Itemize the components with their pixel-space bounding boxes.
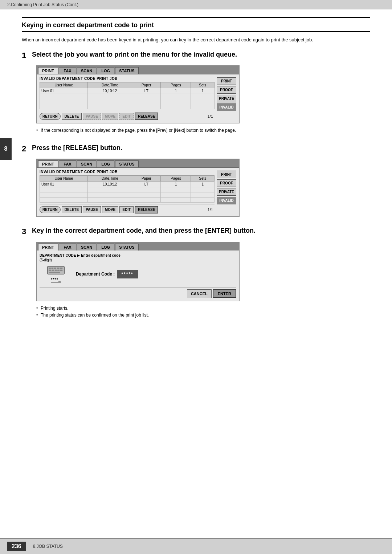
tab-print-2[interactable]: PRINT (38, 160, 58, 167)
step-2: 2 Press the [RELEASE] button. PRINT FAX … (22, 144, 370, 217)
col-paper-2: Paper (132, 176, 161, 182)
tabs-row-3: PRINT FAX SCAN LOG STATUS (37, 242, 239, 250)
side-tab: 8 (0, 138, 12, 160)
top-bar: 2.Confirming Print Job Status (Cont.) (0, 0, 392, 9)
table-row[interactable]: User 01 10,10:12 LT 1 1 (40, 88, 215, 94)
table-row (40, 192, 215, 197)
footer-page-number: 236 (7, 542, 26, 551)
footer: 236 8.JOB STATUS (0, 538, 392, 554)
page-indicator-2: 1/1 (208, 208, 215, 212)
screen-2: PRINT FAX SCAN LOG STATUS INVALID DEPART… (36, 159, 240, 217)
tab-status-3[interactable]: STATUS (115, 244, 138, 250)
step-2-number: 2 (22, 144, 29, 154)
tab-scan-1[interactable]: SCAN (77, 67, 96, 74)
delete-button-2[interactable]: DELETE (62, 206, 82, 213)
svg-rect-10 (60, 270, 63, 271)
col-user-name-2: User Name (40, 176, 88, 182)
col-pages-2: Pages (161, 176, 191, 182)
table-header-row-1: User Name Date,Time Paper Pages Sets (40, 82, 215, 88)
tab-fax-3[interactable]: FAX (59, 244, 76, 250)
keyboard-icon-area: ****_ (47, 266, 65, 282)
col-date-time-2: Date,Time (88, 176, 132, 182)
section-divider (22, 17, 370, 18)
col-sets-2: Sets (191, 176, 215, 182)
return-button-1[interactable]: RETURN (40, 113, 61, 120)
dept-code-field-label: Department Code : (76, 272, 115, 277)
right-private-button-2[interactable]: PRIVATE (217, 188, 236, 196)
table-row (40, 94, 215, 99)
dept-code-value[interactable]: ***** (117, 270, 138, 278)
step-3: 3 Key in the correct department code, an… (22, 227, 370, 319)
right-buttons-2: PRINT PROOF PRIVATE INVALID (217, 170, 236, 214)
right-private-button-1[interactable]: PRIVATE (217, 95, 236, 102)
step-1-text: Select the job you want to print on the … (32, 51, 237, 59)
cell-date-2: 10,10:12 (88, 182, 132, 187)
screen-1-main: INVALID DEPARTMENT CODE PRINT JOB User N… (40, 77, 215, 121)
table-row (40, 104, 215, 109)
cell-user-2: User 01 (40, 182, 88, 187)
enter-button[interactable]: ENTER (213, 289, 236, 298)
screen-1-with-buttons: INVALID DEPARTMENT CODE PRINT JOB User N… (40, 77, 236, 121)
step-3-number: 3 (22, 227, 29, 236)
pause-button-1[interactable]: PAUSE (83, 113, 101, 120)
svg-rect-5 (60, 268, 62, 269)
tab-fax-2[interactable]: FAX (59, 160, 76, 167)
tab-scan-2[interactable]: SCAN (77, 160, 96, 167)
step-3-notes: Printing starts. The printing status can… (36, 305, 370, 319)
right-proof-button-1[interactable]: PROOF (217, 86, 236, 94)
right-print-button-2[interactable]: PRINT (217, 171, 236, 178)
return-button-2[interactable]: RETURN (40, 206, 61, 213)
right-print-button-1[interactable]: PRINT (217, 77, 236, 85)
col-date-time-1: Date,Time (88, 82, 132, 88)
step-3-text: Key in the correct department code, and … (32, 227, 256, 235)
step-1-header: 1 Select the job you want to print on th… (22, 51, 370, 60)
cell-pages-1: 1 (161, 88, 191, 94)
right-invalid-button-2[interactable]: INVALID (217, 197, 236, 204)
screen-2-label: INVALID DEPARTMENT CODE PRINT JOB (40, 170, 215, 174)
right-proof-button-2[interactable]: PROOF (217, 179, 236, 187)
tab-status-2[interactable]: STATUS (115, 160, 138, 167)
dept-input-area: ****_ Department Code : ***** (47, 266, 236, 282)
edit-button-1[interactable]: EDIT (119, 113, 134, 120)
keyboard-icon (47, 266, 65, 277)
tab-print-1[interactable]: PRINT (38, 67, 58, 74)
move-button-1[interactable]: MOVE (102, 113, 118, 120)
tab-print-3[interactable]: PRINT (38, 244, 58, 250)
tab-log-2[interactable]: LOG (97, 160, 114, 167)
digit-label: (5-digit) (40, 258, 236, 262)
svg-rect-7 (52, 270, 54, 271)
svg-rect-4 (57, 268, 59, 269)
screen-3: PRINT FAX SCAN LOG STATUS DEPARTMENT COD… (36, 242, 240, 301)
table-row (40, 99, 215, 104)
right-invalid-button-1[interactable]: INVALID (217, 103, 236, 111)
table-row (40, 187, 215, 192)
tab-scan-3[interactable]: SCAN (77, 244, 96, 250)
release-button-1[interactable]: RELEASE (135, 113, 158, 120)
cancel-enter-row: CANCEL ENTER (40, 288, 236, 298)
tab-log-1[interactable]: LOG (97, 67, 114, 74)
svg-rect-3 (54, 268, 56, 269)
pause-button-2[interactable]: PAUSE (83, 206, 101, 213)
cancel-button[interactable]: CANCEL (187, 289, 212, 298)
cell-paper-1: LT (132, 88, 161, 94)
tab-fax-1[interactable]: FAX (59, 67, 76, 74)
step-3-note-1: Printing starts. (36, 305, 370, 312)
dept-code-label: DEPARTMENT CODE ▶ Enter department code (40, 253, 236, 257)
footer-section-label: 8.JOB STATUS (33, 544, 63, 549)
section-title-block: Keying in correct department code to pri… (22, 21, 370, 32)
screen-2-main: INVALID DEPARTMENT CODE PRINT JOB User N… (40, 170, 215, 214)
tab-status-1[interactable]: STATUS (115, 67, 138, 74)
col-user-name-1: User Name (40, 82, 88, 88)
tab-log-3[interactable]: LOG (97, 244, 114, 250)
move-button-2[interactable]: MOVE (102, 206, 118, 213)
release-button-2[interactable]: RELEASE (135, 206, 158, 213)
cell-pages-2: 1 (161, 182, 191, 187)
table-row[interactable]: User 01 10,10:12 LT 1 1 (40, 182, 215, 187)
cell-paper-2: LT (132, 182, 161, 187)
svg-rect-6 (49, 270, 52, 271)
edit-button-2[interactable]: EDIT (119, 206, 134, 213)
delete-button-1[interactable]: DELETE (62, 113, 82, 120)
cell-sets-2: 1 (191, 182, 215, 187)
screen-1: PRINT FAX SCAN LOG STATUS INVALID DEPART… (36, 65, 240, 123)
svg-rect-8 (55, 270, 57, 271)
